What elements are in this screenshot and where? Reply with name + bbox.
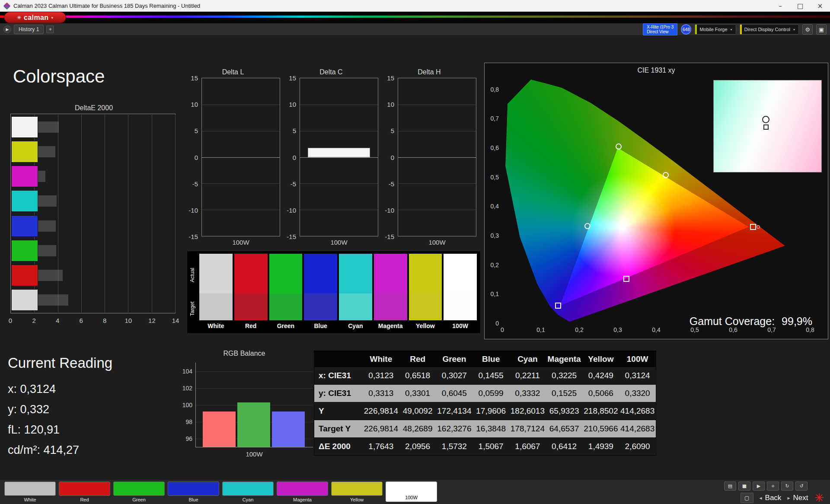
readings-table: WhiteRedGreenBlueCyanMagentaYellow100Wx:… [314, 351, 656, 456]
deltae-bar [38, 171, 45, 182]
deltae-row-blue [11, 214, 175, 238]
table-cell: 178,7124 [509, 420, 546, 437]
axis-tick-label: 10 [125, 317, 132, 324]
axis-tick-label: 10 [184, 101, 198, 108]
play-icon[interactable]: ▶ [753, 482, 765, 491]
page-title: Colorspace [13, 66, 105, 87]
add-tab-button[interactable]: + [46, 26, 54, 33]
patch-button-swatch [4, 482, 56, 496]
table-row: x: CIE310,31230,65180,30270,14550,22110,… [314, 367, 656, 384]
deltae-row-magenta [11, 164, 175, 189]
patch-button-green[interactable]: Green [113, 482, 165, 502]
delta-yticks: 151050-5-10-15 [381, 78, 395, 236]
redo-icon[interactable]: ↻ [781, 482, 793, 491]
source-dropdown[interactable]: Mobile Forge ▾ [695, 24, 736, 35]
meter-button[interactable]: X-Rite i1Pro 3 Direct View [643, 23, 677, 35]
pin-icon[interactable]: + [767, 482, 779, 491]
display-dropdown[interactable]: Direct Display Control ▾ [740, 24, 799, 35]
maximize-button[interactable]: □ [790, 0, 810, 12]
patch-target-yellow [409, 293, 442, 320]
table-cell: 0,3124 [619, 367, 656, 384]
table-cell: 0,3332 [509, 385, 546, 402]
row-label: Y [314, 402, 363, 420]
autocal-asterisk-button[interactable]: ✳ [814, 492, 824, 504]
reading-fl: fL: 120,91 [8, 420, 79, 440]
chart-title: Delta L [185, 68, 281, 76]
gridline [175, 115, 176, 313]
patch-label: Magenta [374, 320, 407, 332]
back-icon: ◂ [760, 495, 762, 501]
axis-tick-label: 0,2 [575, 326, 583, 333]
display-capture-icon[interactable]: ▤ [724, 482, 736, 491]
table-cell: 0,6045 [436, 385, 473, 402]
minimize-button[interactable]: – [770, 0, 790, 12]
next-button[interactable]: ▸ Next [787, 494, 808, 502]
table-cell: 0,1525 [546, 385, 583, 402]
deltae-row-yellow [11, 139, 175, 164]
axis-tick-label: -5 [282, 180, 296, 187]
table-cell: 218,8502 [583, 402, 619, 420]
gridline [300, 157, 378, 158]
rgb-balance-chart: RGB Balance 1041021009896 100W [173, 350, 316, 463]
patch-button-100w[interactable]: 100W [386, 482, 437, 502]
tab-history-1[interactable]: History 1 [14, 25, 44, 34]
meter-count-badge[interactable]: 648 [681, 24, 691, 35]
history-expand-button[interactable]: ▶ [3, 26, 11, 33]
patch-button-yellow[interactable]: Yellow [331, 482, 383, 502]
axis-tick-label: 15 [282, 74, 296, 82]
patch-button-swatch [277, 482, 328, 496]
table-row: ΔE 20001,76432,09561,57321,50671,60670,6… [314, 437, 656, 455]
deltae-swatch-green [11, 240, 38, 262]
table-cell: 0,3027 [436, 367, 473, 384]
gridline [202, 183, 280, 184]
gridline [398, 131, 476, 131]
rainbow-strip [0, 16, 830, 18]
table-corner-cell [314, 351, 363, 367]
settings-gear-button[interactable]: ⚙ [802, 24, 813, 35]
patch-button-label: 100W [405, 495, 418, 500]
close-button[interactable]: × [810, 0, 830, 12]
patches-target-label: Target [189, 295, 195, 322]
patch-column-magenta: Magenta [374, 254, 407, 332]
calman-logo-button[interactable]: ✳ calman ▾ [4, 12, 66, 23]
patch-button-cyan[interactable]: Cyan [222, 482, 274, 502]
deltae-bar [38, 121, 59, 133]
axis-tick-label: 0,3 [613, 326, 622, 333]
axis-tick-label: 0,8 [491, 86, 499, 93]
table-header-white: White [363, 351, 399, 367]
source-dropdown-label: Mobile Forge [699, 27, 727, 32]
chevron-down-icon: ▾ [731, 28, 732, 32]
back-button[interactable]: ◂ Back [760, 494, 782, 502]
calman-flower-icon: ✳ [17, 15, 21, 21]
table-cell: 210,5966 [583, 420, 619, 437]
patch-button-red[interactable]: Red [59, 482, 110, 502]
axis-tick-label: 12 [148, 317, 156, 324]
axis-tick-label: 0 [501, 326, 504, 333]
deltae-swatch-cyan [11, 190, 38, 212]
rgb-bar-red [203, 411, 236, 447]
gridline [398, 105, 476, 105]
table-cell: 414,2683 [619, 402, 656, 420]
calman-logo-text: calman [24, 14, 49, 22]
patch-button-magenta[interactable]: Magenta [277, 482, 328, 502]
axis-tick-label: 4 [56, 317, 59, 324]
axis-tick-label: 98 [185, 418, 192, 425]
table-cell: 0,0599 [472, 385, 509, 402]
undo-icon[interactable]: ↺ [795, 482, 808, 491]
display-control-button[interactable]: ▣ [816, 24, 827, 35]
table-cell: 172,4134 [436, 402, 473, 420]
gridline [196, 388, 313, 389]
stop-icon[interactable]: ■ [738, 482, 750, 491]
row-label: x: CIE31 [314, 367, 363, 384]
patch-button-white[interactable]: White [4, 482, 56, 502]
table-cell: 0,3123 [363, 367, 399, 384]
patch-column-100w: 100W [444, 254, 477, 332]
gridline [300, 183, 378, 184]
patch-button-blue[interactable]: Blue [168, 482, 219, 502]
chart-title: DeltaE 2000 [10, 104, 178, 112]
table-header-100w: 100W [619, 351, 656, 367]
pattern-window-button[interactable]: ▢ [741, 493, 753, 503]
patch-target-white [199, 293, 233, 320]
deltae-plot [10, 114, 176, 313]
gridline [202, 157, 280, 158]
